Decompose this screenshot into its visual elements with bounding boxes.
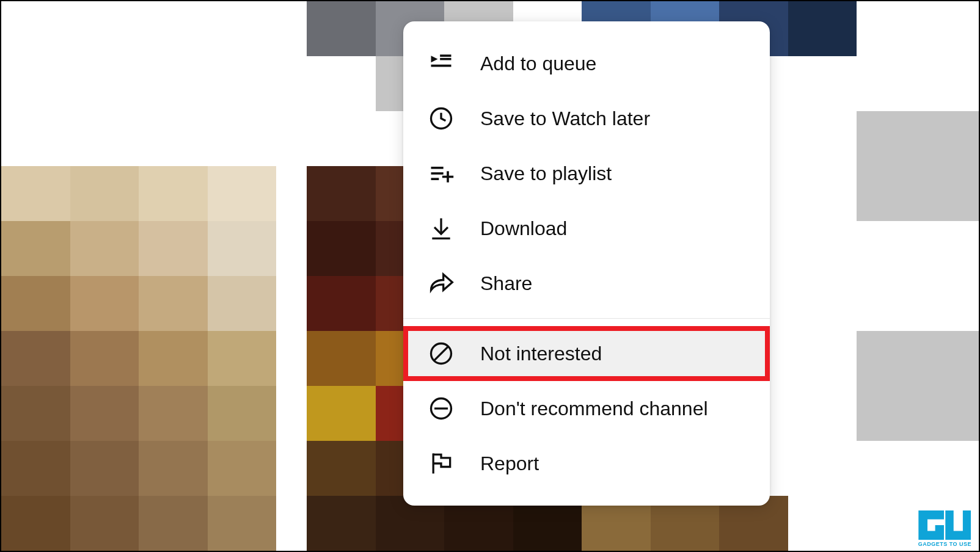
flag-icon bbox=[426, 449, 456, 478]
menu-item-watch-later[interactable]: Save to Watch later bbox=[403, 91, 770, 146]
menu-item-save-playlist[interactable]: Save to playlist bbox=[403, 146, 770, 201]
watermark-logo bbox=[918, 510, 971, 540]
not-interested-icon bbox=[426, 339, 456, 368]
share-icon bbox=[426, 269, 456, 298]
playlist-add-icon bbox=[426, 159, 456, 188]
watermark-g-icon bbox=[918, 510, 944, 540]
menu-divider bbox=[403, 318, 770, 319]
menu-item-label: Not interested bbox=[480, 343, 602, 365]
menu-item-download[interactable]: Download bbox=[403, 201, 770, 256]
menu-item-label: Report bbox=[480, 452, 539, 475]
menu-item-report[interactable]: Report bbox=[403, 436, 770, 491]
video-context-menu: Add to queue Save to Watch later Save to… bbox=[403, 21, 770, 506]
menu-item-share[interactable]: Share bbox=[403, 256, 770, 311]
menu-item-label: Add to queue bbox=[480, 53, 596, 75]
svg-marker-0 bbox=[431, 56, 438, 62]
watermark: GADGETS TO USE bbox=[918, 510, 971, 547]
svg-line-13 bbox=[434, 346, 448, 361]
menu-item-label: Share bbox=[480, 272, 532, 295]
menu-item-not-interested[interactable]: Not interested bbox=[403, 326, 770, 381]
queue-icon bbox=[426, 49, 456, 78]
watermark-u-icon bbox=[945, 510, 971, 540]
menu-item-label: Save to Watch later bbox=[480, 107, 650, 130]
menu-item-dont-recommend[interactable]: Don't recommend channel bbox=[403, 381, 770, 436]
menu-item-label: Save to playlist bbox=[480, 162, 612, 185]
menu-item-label: Don't recommend channel bbox=[480, 398, 708, 420]
menu-item-add-to-queue[interactable]: Add to queue bbox=[403, 36, 770, 91]
clock-icon bbox=[426, 104, 456, 133]
menu-item-label: Download bbox=[480, 217, 567, 240]
watermark-text: GADGETS TO USE bbox=[918, 541, 971, 547]
download-icon bbox=[426, 214, 456, 243]
block-channel-icon bbox=[426, 394, 456, 423]
